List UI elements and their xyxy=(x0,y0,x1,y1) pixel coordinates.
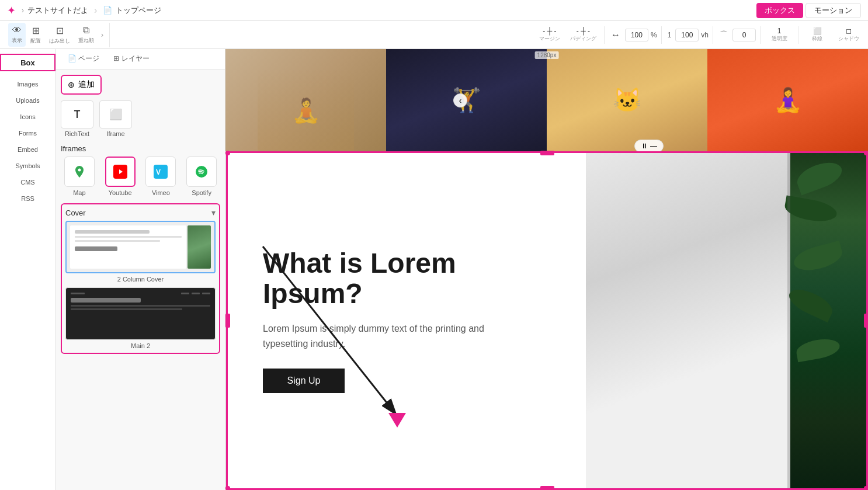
add-button[interactable]: ⊕ 追加 xyxy=(61,75,102,95)
toolbar-expand-icon[interactable]: › xyxy=(99,31,106,39)
corner-handle-bl[interactable] xyxy=(225,486,230,490)
cover-dark-nav xyxy=(71,293,210,294)
canvas-size-label: 1280px xyxy=(535,51,559,59)
panel-content: ⊕ 追加 T RichText ⬜ Iframe xyxy=(56,70,225,490)
cover-dark-label: Main 2 xyxy=(65,342,216,349)
margin-label: マージン xyxy=(539,35,560,43)
nav-arrow-left[interactable]: ‹ xyxy=(453,93,467,107)
canvas-content-left: What is Lorem Ipsum? Lorem Ipsum is simp… xyxy=(228,153,586,488)
cover-chevron-icon[interactable]: ▾ xyxy=(211,208,216,217)
spotify-iframe-item[interactable]: Spotify xyxy=(183,157,220,196)
vimeo-icon-box: V xyxy=(145,157,176,187)
sidebar-item-rss[interactable]: RSS xyxy=(0,190,55,207)
canvas-main-text: Lorem Ipsum is simply dummy text of the … xyxy=(263,321,497,351)
richtext-icon: T xyxy=(74,109,81,121)
vimeo-iframe-item[interactable]: V Vimeo xyxy=(143,157,180,196)
svg-text:V: V xyxy=(156,168,161,176)
pause-icon: ⏸ xyxy=(641,142,648,150)
cover-dark-title-bar xyxy=(71,298,141,303)
overflow-button[interactable]: ⊡ はみ出し xyxy=(46,23,74,47)
cover-2col-label: 2 Column Cover xyxy=(65,276,216,283)
tab-page[interactable]: 📄 ページ xyxy=(61,49,106,69)
cover-preview-text-2 xyxy=(75,240,160,242)
sidebar-item-images[interactable]: Images xyxy=(0,76,55,92)
padding-metric: - ┼ - パディング xyxy=(567,27,600,43)
svg-point-0 xyxy=(78,169,81,172)
tab-page-label: ページ xyxy=(78,54,99,62)
height-unit: vh xyxy=(701,31,709,39)
cover-dark-item[interactable]: Main 2 xyxy=(65,287,216,349)
strip-person-icon: 🧘 xyxy=(291,97,321,124)
canvas-signup-button[interactable]: Sign Up xyxy=(263,369,345,393)
cover-2col-item[interactable]: 2 Column Cover xyxy=(65,221,216,283)
map-icon-box xyxy=(64,157,95,187)
youtube-icon-box xyxy=(105,157,136,187)
sidebar-item-symbols[interactable]: Symbols xyxy=(0,158,55,174)
resize-handle-bottom[interactable] xyxy=(540,486,554,490)
iframe-label: Iframe xyxy=(106,130,124,137)
toolbar-view-group: 👁 表示 ⊞ 配置 ⊡ はみ出し ⧉ 重ね順 › xyxy=(5,23,110,47)
vimeo-label: Vimeo xyxy=(152,189,170,196)
cover-dark-nav-dot-1 xyxy=(181,293,189,294)
sidebar-item-uploads[interactable]: Uploads xyxy=(0,92,55,109)
tab-layer-label: レイヤー xyxy=(121,54,150,62)
radius-input[interactable] xyxy=(732,29,756,41)
left-sidebar: Box Images Uploads Icons Forms Embed Sym… xyxy=(0,49,56,490)
breadcrumb-chevron-1: › xyxy=(22,6,24,15)
corner-handle-tl[interactable] xyxy=(225,151,230,155)
strip-cat-icon: 🐱 xyxy=(613,86,642,114)
sidebar-item-embed[interactable]: Embed xyxy=(0,141,55,158)
stack-label: 重ね順 xyxy=(78,37,94,44)
motion-mode-button[interactable]: モーション xyxy=(805,3,861,18)
leaf-4 xyxy=(785,284,836,323)
sidebar-uploads-label: Uploads xyxy=(16,97,39,104)
cover-section: Cover ▾ 2 Column Cover xyxy=(61,203,220,354)
padding-label: パディング xyxy=(570,35,596,43)
iframe-item[interactable]: ⬜ Iframe xyxy=(99,100,132,137)
width-input[interactable] xyxy=(625,29,648,41)
place-button[interactable]: ⊞ 配置 xyxy=(27,23,44,47)
resize-handle-left[interactable] xyxy=(225,314,230,328)
sidebar-item-cms[interactable]: CMS xyxy=(0,174,55,190)
sidebar-embed-label: Embed xyxy=(18,146,38,153)
site-name[interactable]: テストサイトだよ xyxy=(27,5,88,16)
opacity-label: 透明度 xyxy=(772,35,787,43)
iframe-icon: ⬜ xyxy=(109,108,122,121)
sidebar-images-label: Images xyxy=(17,81,38,88)
width-unit: % xyxy=(651,31,657,39)
height-input[interactable] xyxy=(675,29,699,41)
sidebar-item-icons[interactable]: Icons xyxy=(0,109,55,125)
cover-preview-btn xyxy=(75,246,117,251)
sidebar-cms-label: CMS xyxy=(20,179,34,186)
leaf-1 xyxy=(794,158,846,196)
richtext-item[interactable]: T RichText xyxy=(61,100,93,137)
resize-handle-top[interactable] xyxy=(540,151,554,155)
sidebar-item-forms[interactable]: Forms xyxy=(0,125,55,141)
cover-dark-text-2 xyxy=(71,308,182,310)
youtube-iframe-item[interactable]: Youtube xyxy=(102,157,139,196)
nav-arrow-left-icon: ‹ xyxy=(459,96,462,105)
opacity-value: 1 xyxy=(777,27,782,35)
spotify-icon-box xyxy=(186,157,217,187)
richtext-label: RichText xyxy=(65,130,89,137)
box-mode-button[interactable]: ボックス xyxy=(756,3,803,18)
corner-handle-br[interactable] xyxy=(864,486,868,490)
corner-handle-tr[interactable] xyxy=(864,151,868,155)
map-label: Map xyxy=(73,189,85,196)
place-icon: ⊞ xyxy=(32,25,40,36)
cover-preview-text-1 xyxy=(75,236,182,238)
cover-dark-nav-right xyxy=(181,293,210,294)
cover-2col-right xyxy=(188,225,211,269)
page-name[interactable]: トップページ xyxy=(116,5,161,16)
stack-button[interactable]: ⧉ 重ね順 xyxy=(75,23,98,47)
map-iframe-item[interactable]: Map xyxy=(61,157,98,196)
pause-button[interactable]: ⏸ — xyxy=(634,140,664,151)
spotify-label: Spotify xyxy=(192,189,211,196)
topbar-right-actions: ボックス モーション xyxy=(756,3,861,18)
view-button[interactable]: 👁 表示 xyxy=(8,23,26,47)
cover-dark-nav-dot-2 xyxy=(192,293,200,294)
tab-layer[interactable]: ⊞ レイヤー xyxy=(106,49,156,69)
padding-value: - ┼ - xyxy=(577,27,590,35)
resize-handle-right[interactable] xyxy=(864,314,868,328)
canvas-content-right xyxy=(586,153,866,488)
